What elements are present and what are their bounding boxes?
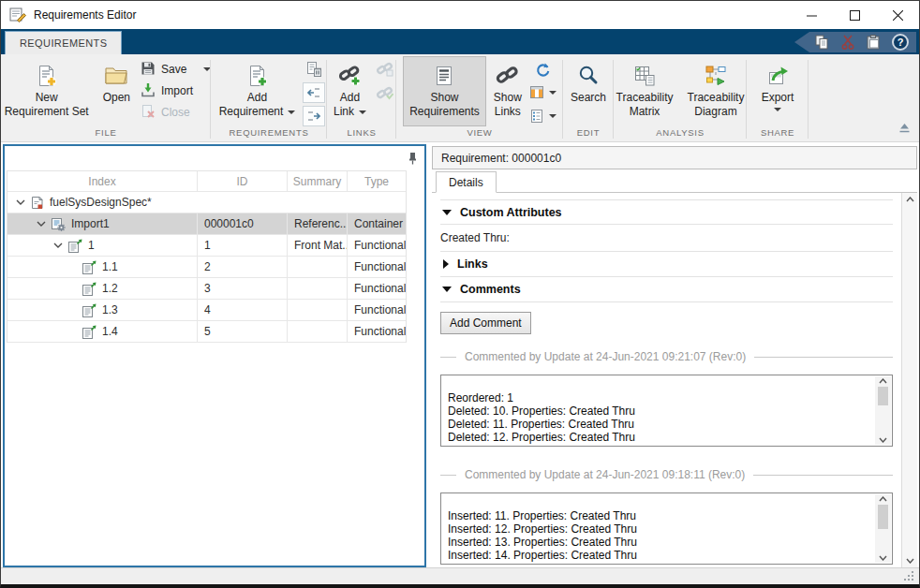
cut-icon[interactable] [841, 35, 854, 50]
comment-scrollbar[interactable] [875, 376, 891, 445]
details-content: Custom Attributes Created Thru: Links Co… [432, 193, 901, 567]
collapse-triangle-icon [442, 287, 452, 292]
show-requirements-toggle[interactable]: Show Requirements [403, 56, 486, 126]
group-label-links: LINKS [327, 126, 396, 141]
requirement-set-icon [30, 196, 44, 210]
add-requirement-button[interactable]: Add Requirement [213, 56, 303, 126]
comment-header: Commented by Update at 24-Jun-2021 09:18… [465, 468, 745, 481]
chevron-down-icon[interactable] [35, 221, 48, 227]
title-bar: Requirements Editor [1, 1, 919, 29]
report-view-dropdown-caret[interactable] [549, 114, 556, 118]
pin-icon[interactable] [408, 152, 417, 169]
comment-text-box[interactable]: Inserted: 11. Properties: Created Thru I… [440, 492, 893, 565]
show-links-toggle[interactable]: Show Links [487, 56, 528, 126]
close-file-button: Close [138, 103, 214, 122]
section-comments[interactable]: Comments [440, 277, 893, 302]
requirements-table: Index ID Summary Type fuelSysDesignSp [7, 170, 407, 343]
column-header-index[interactable]: Index [7, 171, 198, 191]
scrollbar-thumb[interactable] [878, 387, 888, 405]
tree-row-1-4[interactable]: 1.4 5 Functional [7, 321, 406, 343]
report-view-button[interactable] [529, 106, 546, 126]
delete-requirement-button[interactable] [303, 59, 325, 80]
column-header-summary[interactable]: Summary [288, 171, 348, 191]
copy-icon[interactable] [815, 35, 829, 50]
help-button[interactable]: ? [892, 34, 909, 51]
tree-row-summary [288, 278, 348, 299]
tab-requirements[interactable]: REQUIREMENTS [5, 31, 122, 54]
tree-row-label: 1.2 [102, 282, 118, 295]
maximize-button[interactable] [833, 1, 876, 29]
close-button[interactable] [876, 1, 919, 29]
expand-triangle-icon [443, 259, 449, 269]
group-label-view: VIEW [396, 126, 563, 141]
traceability-matrix-button[interactable]: Traceability Matrix [610, 56, 680, 126]
main-area: Index ID Summary Type fuelSysDesignSp [1, 142, 919, 567]
tree-row-1[interactable]: 1 1 Front Mat... Functional [7, 235, 406, 257]
tree-row-summary [288, 300, 348, 320]
export-icon [765, 60, 790, 91]
table-header-row: Index ID Summary Type [7, 171, 406, 192]
tree-row-1-1[interactable]: 1.1 2 Functional [7, 257, 406, 278]
group-label-requirements: REQUIREMENTS [211, 126, 327, 141]
column-header-id[interactable]: ID [198, 171, 288, 191]
add-comment-button[interactable]: Add Comment [440, 312, 531, 334]
columns-button[interactable] [529, 82, 546, 103]
tree-row-type: Functional [348, 235, 406, 256]
group-label-share: SHARE [747, 126, 809, 141]
save-button[interactable]: Save [138, 60, 214, 79]
scroll-down-icon [879, 555, 887, 561]
import-button[interactable]: Import [138, 81, 214, 100]
comment-text-box[interactable]: Reordered: 1 Deleted: 10. Properties: Cr… [440, 375, 893, 447]
comment-text: Reordered: 1 Deleted: 10. Properties: Cr… [448, 391, 635, 447]
resize-grip[interactable] [904, 571, 914, 581]
collapse-ribbon-button[interactable] [898, 120, 911, 137]
tree-row-id: 2 [198, 257, 288, 277]
requirement-icon [82, 260, 96, 274]
scroll-up-icon [879, 378, 887, 384]
group-view: Show Requirements Show Links [396, 54, 563, 141]
requirement-icon [82, 325, 96, 339]
tree-row-import1[interactable]: Import1 000001c0 Referenc... Container [7, 213, 406, 235]
scrollbar-thumb[interactable] [878, 505, 888, 529]
chevron-down-icon[interactable] [14, 199, 27, 205]
group-analysis: Traceability Matrix Traceability Diagram… [614, 54, 747, 141]
search-icon [576, 60, 601, 91]
requirement-icon [82, 303, 96, 317]
open-button[interactable]: Open [96, 56, 137, 126]
requirements-tree-panel: Index ID Summary Type fuelSysDesignSp [3, 144, 426, 567]
open-folder-icon [104, 60, 128, 91]
quick-access-toolbar: ? [794, 32, 916, 52]
search-button[interactable]: Search [564, 56, 613, 126]
ribbon-toolstrip: New Requirement Set Open Save [1, 54, 919, 142]
scroll-down-icon [906, 558, 914, 564]
demote-requirement-button[interactable] [303, 106, 325, 126]
minimize-button[interactable] [790, 1, 833, 29]
new-requirement-set-button[interactable]: New Requirement Set [0, 56, 96, 126]
tab-details[interactable]: Details [436, 171, 497, 193]
promote-requirement-button[interactable] [303, 82, 325, 103]
import-icon [141, 82, 156, 100]
section-custom-attributes[interactable]: Custom Attributes [440, 199, 893, 225]
details-scrollbar[interactable] [901, 193, 917, 567]
columns-dropdown-caret[interactable] [549, 91, 556, 95]
window-title: Requirements Editor [34, 8, 136, 22]
tree-row-1-2[interactable]: 1.2 3 Functional [7, 278, 406, 300]
section-links[interactable]: Links [440, 252, 893, 277]
chevron-down-icon[interactable] [52, 243, 65, 248]
refresh-button[interactable] [531, 59, 554, 80]
tree-row-label: 1.3 [102, 303, 118, 316]
paste-icon[interactable] [867, 35, 880, 50]
ribbon-tab-bar: REQUIREMENTS ? [1, 29, 919, 54]
group-file: New Requirement Set Open Save [1, 54, 211, 141]
tree-row-1-3[interactable]: 1.3 4 Functional [7, 300, 406, 321]
add-link-button[interactable]: Add Link [327, 56, 373, 126]
import-node-icon [51, 217, 66, 231]
column-header-type[interactable]: Type [348, 171, 406, 191]
tree-row-reqset[interactable]: fuelSysDesignSpec* [7, 192, 406, 213]
save-icon [141, 61, 156, 79]
comment-scrollbar[interactable] [875, 494, 891, 563]
traceability-diagram-button[interactable]: Traceability Diagram [681, 56, 751, 126]
export-button[interactable]: Export [755, 56, 801, 126]
tree-row-summary: Referenc... [288, 213, 348, 234]
add-requirement-icon [245, 60, 270, 91]
